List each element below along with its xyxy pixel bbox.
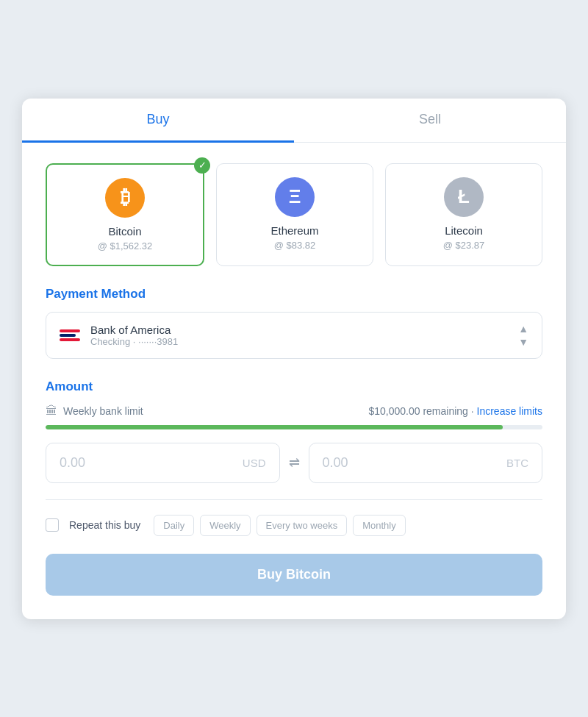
tab-buy[interactable]: Buy [22,99,294,143]
boa-logo-icon [60,329,80,341]
crypto-row: ✓ ₿ Bitcoin @ $1,562.32 Ξ Ethereum @ $83… [46,163,542,266]
btc-input-box[interactable]: 0.00 BTC [309,443,543,483]
limit-separator: · [471,405,477,417]
ethereum-name: Ethereum [226,224,364,237]
payment-method-box[interactable]: Bank of America Checking · ·······3981 ▲… [46,312,542,359]
frequency-buttons: Daily Weekly Every two weeks Monthly [154,515,405,536]
buy-bitcoin-button[interactable]: Buy Bitcoin [46,554,542,596]
amount-inputs-row: 0.00 USD ⇌ 0.00 BTC [46,443,542,483]
amount-section: Amount 🏛 Weekly bank limit $10,000.00 re… [46,379,542,483]
limit-label-group: 🏛 Weekly bank limit [46,404,143,418]
bank-limit-icon: 🏛 [46,404,57,418]
payment-account-sub: Checking · ·······3981 [90,336,178,347]
bitcoin-icon: ₿ [105,178,145,218]
limit-remaining: $10,000.00 remaining [368,405,467,417]
usd-input-box[interactable]: 0.00 USD [46,443,280,483]
usd-amount-value: 0.00 [60,455,85,471]
bitcoin-price: @ $1,562.32 [56,240,194,252]
main-card: Buy Sell ✓ ₿ Bitcoin @ $1,562.32 Ξ Ether… [22,99,566,619]
increase-limits-link[interactable]: Increase limits [477,405,542,417]
tabs-container: Buy Sell [22,99,566,143]
payment-bank-name: Bank of America [90,324,178,336]
usd-currency-label: USD [243,457,266,469]
selected-checkmark: ✓ [194,157,210,174]
repeat-checkbox[interactable] [46,518,59,532]
freq-btn-every-two-weeks[interactable]: Every two weeks [257,515,348,536]
amount-section-title: Amount [46,379,542,394]
payment-info: Bank of America Checking · ·······3981 [90,324,178,347]
payment-left: Bank of America Checking · ·······3981 [60,324,178,347]
freq-btn-monthly[interactable]: Monthly [353,515,406,536]
bitcoin-name: Bitcoin [56,225,194,238]
litecoin-price: @ $23.87 [395,240,533,251]
ethereum-price: @ $83.82 [226,240,364,251]
tab-sell[interactable]: Sell [294,99,566,142]
divider [46,499,542,500]
repeat-row: Repeat this buy Daily Weekly Every two w… [46,515,542,536]
repeat-label: Repeat this buy [69,519,140,531]
crypto-card-bitcoin[interactable]: ✓ ₿ Bitcoin @ $1,562.32 [46,163,204,266]
payment-section-title: Payment Method [46,287,542,302]
limit-row: 🏛 Weekly bank limit $10,000.00 remaining… [46,404,542,418]
freq-btn-daily[interactable]: Daily [154,515,194,536]
litecoin-name: Litecoin [395,224,533,237]
btc-amount-value: 0.00 [323,455,348,471]
swap-icon[interactable]: ⇌ [289,454,300,471]
litecoin-icon: Ł [444,177,484,217]
weekly-limit-label: Weekly bank limit [63,405,143,417]
ethereum-icon: Ξ [275,177,315,217]
freq-btn-weekly[interactable]: Weekly [200,515,250,536]
main-content: ✓ ₿ Bitcoin @ $1,562.32 Ξ Ethereum @ $83… [22,143,566,619]
progress-fill [46,425,503,429]
crypto-card-ethereum[interactable]: Ξ Ethereum @ $83.82 [216,163,373,266]
limit-right-group: $10,000.00 remaining · Increase limits [368,405,542,417]
weekly-limit-progress-bar [46,425,542,429]
payment-chevron-icon: ▲ ▼ [518,323,528,348]
payment-section: Payment Method Bank of America Checking … [46,287,542,359]
btc-currency-label: BTC [506,457,528,469]
crypto-card-litecoin[interactable]: Ł Litecoin @ $23.87 [385,163,542,266]
